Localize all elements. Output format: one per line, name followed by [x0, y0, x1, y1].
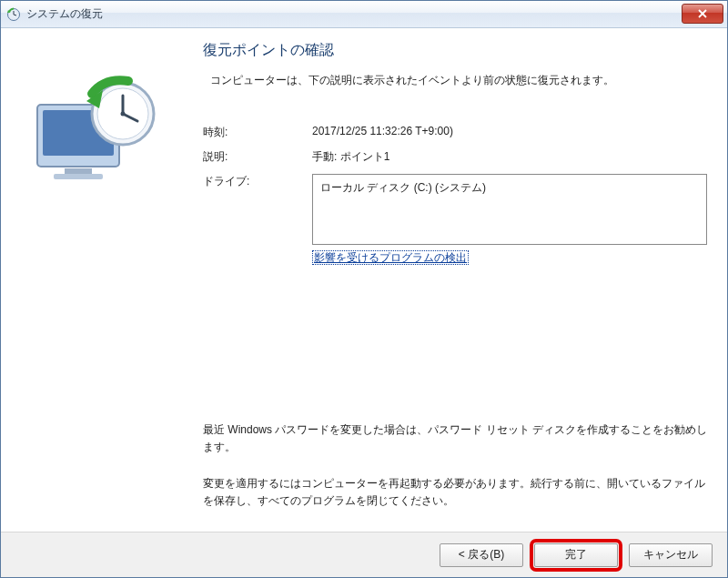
drive-item: ローカル ディスク (C:) (システム) — [320, 181, 486, 194]
time-label: 時刻: — [203, 125, 312, 140]
description-label: 説明: — [203, 149, 312, 165]
close-button[interactable] — [682, 4, 723, 24]
main-pane: 復元ポイントの確認 コンピューターは、下の説明に表示されたイベントより前の状態に… — [203, 41, 707, 522]
content-area: 復元ポイントの確認 コンピューターは、下の説明に表示されたイベントより前の状態に… — [1, 28, 727, 532]
system-restore-illustration-icon — [21, 68, 167, 196]
drive-listbox[interactable]: ローカル ディスク (C:) (システム) — [312, 174, 707, 245]
illustration-pane — [21, 41, 203, 522]
restore-icon — [6, 7, 21, 22]
window-title: システムの復元 — [26, 6, 103, 22]
page-subdescription: コンピューターは、下の説明に表示されたイベントより前の状態に復元されます。 — [203, 73, 707, 88]
cancel-button[interactable]: キャンセル — [629, 543, 713, 567]
drive-label: ドライブ: — [203, 174, 312, 266]
close-icon — [698, 9, 707, 18]
scan-affected-programs-link[interactable]: 影響を受けるプログラムの検出 — [312, 250, 469, 265]
svg-rect-7 — [54, 174, 103, 179]
description-value: 手動: ポイント1 — [312, 149, 707, 165]
button-bar: < 戻る(B) 完了 キャンセル — [1, 532, 727, 577]
restore-point-info: 時刻: 2017/12/25 11:32:26 T+9:00) 説明: 手動: … — [203, 125, 707, 266]
page-heading: 復元ポイントの確認 — [203, 41, 707, 60]
window-body: 復元ポイントの確認 コンピューターは、下の説明に表示されたイベントより前の状態に… — [1, 28, 727, 577]
password-note: 最近 Windows パスワードを変更した場合は、パスワード リセット ディスク… — [203, 421, 707, 456]
system-restore-window: システムの復元 — [0, 0, 728, 578]
back-button[interactable]: < 戻る(B) — [440, 543, 523, 567]
svg-rect-6 — [65, 168, 92, 174]
time-value: 2017/12/25 11:32:26 T+9:00) — [312, 125, 707, 140]
finish-button[interactable]: 完了 — [534, 543, 618, 567]
svg-point-12 — [121, 112, 126, 117]
restart-note: 変更を適用するにはコンピューターを再起動する必要があります。続行する前に、開いて… — [203, 475, 707, 510]
titlebar: システムの復元 — [1, 1, 727, 28]
